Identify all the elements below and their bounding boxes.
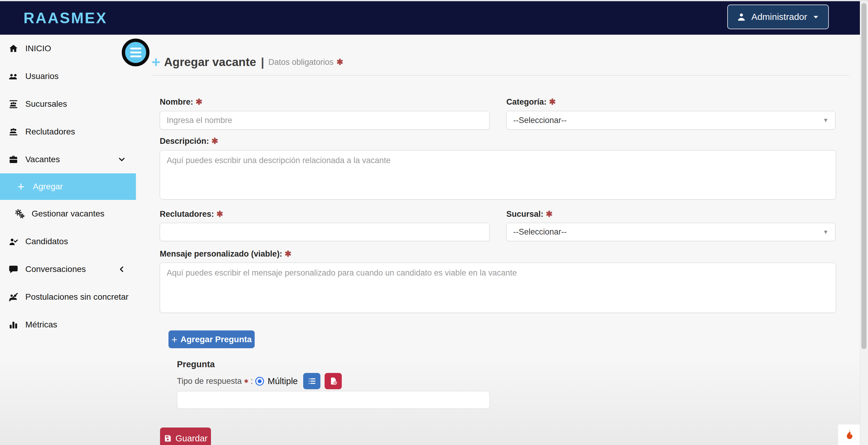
mensaje-textarea[interactable] (160, 263, 836, 313)
dropdown-arrow-icon: ▼ (823, 229, 829, 235)
sidebar-item-label: Vacantes (25, 155, 60, 164)
plus-icon: + (152, 55, 160, 70)
codeigniter-flame-icon (842, 428, 856, 441)
answer-options-button[interactable] (303, 373, 320, 389)
scrollbar[interactable] (860, 1, 868, 445)
sidebar-item-vacantes[interactable]: Vacantes (0, 146, 136, 173)
categoria-label: Categoría:✱ (506, 97, 556, 107)
user-menu-label: Administrador (751, 12, 807, 22)
title-separator: | (261, 56, 264, 69)
sidebar-item-candidatos[interactable]: Candidatos (0, 228, 136, 255)
sidebar-item-conversaciones[interactable]: Conversaciones (0, 255, 136, 283)
question-heading: Pregunta (177, 359, 215, 369)
answer-type-row: Tipo de respuesta ✱ : Múltiple (177, 373, 342, 389)
top-navbar: RAASMEX Administrador (0, 1, 860, 35)
page-title: Agregar vacante (164, 56, 256, 69)
required-asterisk: ✱ (195, 97, 203, 107)
required-asterisk: ✱ (244, 378, 248, 384)
person-check-icon (8, 236, 19, 247)
sidebar-item-label: Candidatos (25, 237, 68, 246)
required-asterisk: ✱ (546, 210, 553, 218)
dropdown-arrow-icon: ▼ (823, 117, 829, 124)
debug-toolbar-panel[interactable] (838, 424, 860, 445)
chevron-left-icon (117, 265, 126, 274)
file-plus-icon (329, 377, 338, 386)
page-header: + Agregar vacante | Datos obligatorios ✱ (152, 55, 343, 70)
scrollbar-thumb[interactable] (861, 3, 867, 349)
sidebar-item-inicio[interactable]: INICIO (0, 35, 136, 62)
answer-type-colon: : (251, 377, 253, 386)
plus-icon: + (16, 181, 26, 192)
required-asterisk: ✱ (285, 249, 292, 258)
required-asterisk: ✱ (212, 137, 218, 146)
person-icon (736, 12, 747, 22)
save-button[interactable]: Guardar (160, 427, 211, 445)
reclutadores-label: Reclutadores:✱ (160, 209, 223, 219)
save-icon (163, 434, 172, 443)
page-subtitle: Datos obligatorios (268, 58, 333, 67)
users-slash-icon (8, 292, 19, 302)
sidebar-item-label: Reclutadores (25, 127, 75, 137)
briefcase-icon (8, 154, 19, 165)
sidebar-toggle-button[interactable] (122, 38, 150, 66)
chevron-down-icon (117, 155, 126, 164)
nombre-input[interactable] (160, 111, 490, 130)
header-divider (152, 75, 849, 76)
question-input[interactable] (177, 391, 490, 409)
sidebar-item-gestionar-vacantes[interactable]: Gestionar vacantes (0, 200, 136, 228)
radio-multiple-label: Múltiple (268, 376, 298, 386)
home-icon (8, 43, 19, 54)
categoria-selected-value: --Seleccionar-- (513, 116, 567, 125)
sidebar-item-label: Métricas (25, 320, 57, 329)
reclutadores-input[interactable] (160, 223, 490, 241)
required-asterisk: ✱ (337, 57, 344, 67)
chat-icon (8, 264, 19, 275)
add-file-button[interactable] (324, 373, 342, 389)
sidebar-item-label: Postulaciones sin concretar (25, 292, 128, 302)
recruiters-users-icon (8, 127, 19, 137)
gears-icon (14, 209, 25, 219)
sidebar-item-reclutadores[interactable]: Reclutadores (0, 118, 136, 146)
list-icon (307, 377, 316, 386)
sidebar-item-label: Agregar (33, 182, 63, 191)
answer-type-label: Tipo de respuesta (177, 377, 242, 386)
sidebar-item-label: INICIO (25, 44, 51, 53)
hamburger-icon (130, 48, 141, 50)
bar-chart-icon (8, 320, 19, 330)
logo: RAASMEX (24, 9, 107, 27)
sidebar-item-metricas[interactable]: Métricas (0, 311, 136, 338)
sucursal-label: Sucursal:✱ (506, 209, 553, 219)
required-asterisk: ✱ (549, 97, 556, 107)
sucursal-select[interactable]: --Seleccionar-- ▼ (506, 223, 835, 241)
categoria-select[interactable]: --Seleccionar-- ▼ (506, 111, 835, 130)
sidebar-item-sucursales[interactable]: Sucursales (0, 90, 136, 118)
sidebar-item-label: Gestionar vacantes (32, 209, 104, 218)
app-root: RAASMEX Administrador INICIO Usuarios (0, 0, 868, 445)
sidebar-item-label: Usuarios (25, 71, 59, 81)
sidebar-item-label: Conversaciones (25, 264, 86, 274)
descripcion-textarea[interactable] (160, 150, 836, 200)
caret-down-icon (812, 13, 820, 21)
sidebar: INICIO Usuarios Sucursales Reclutadores … (0, 35, 136, 445)
add-question-button[interactable]: + Agregar Pregunta (168, 330, 255, 348)
descripcion-label: Descripción:✱ (160, 136, 218, 146)
user-menu-button[interactable]: Administrador (727, 4, 829, 29)
users-icon (8, 71, 19, 82)
sidebar-item-usuarios[interactable]: Usuarios (0, 62, 136, 90)
sidebar-item-label: Sucursales (25, 99, 67, 109)
branches-users-icon (8, 99, 19, 110)
sucursal-selected-value: --Seleccionar-- (513, 227, 567, 237)
required-asterisk: ✱ (216, 210, 223, 218)
sidebar-item-postulaciones-sin-concretar[interactable]: Postulaciones sin concretar (0, 283, 136, 311)
nombre-label: Nombre:✱ (160, 97, 203, 107)
mensaje-label: Mensaje personalizado (viable):✱ (160, 249, 291, 259)
radio-multiple[interactable] (255, 377, 264, 386)
sidebar-item-agregar[interactable]: + Agregar (0, 173, 136, 200)
plus-icon: + (172, 334, 178, 345)
